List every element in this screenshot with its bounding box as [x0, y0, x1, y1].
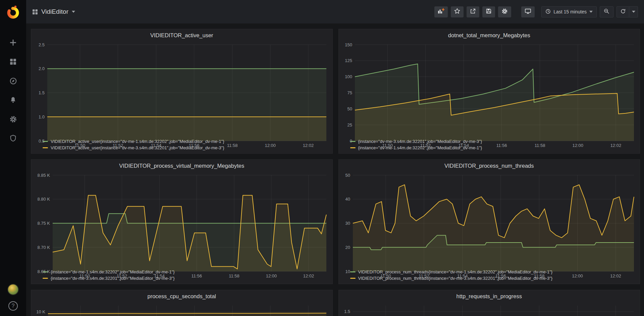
zoom-out-icon	[604, 8, 609, 15]
sidebar-item-alerting[interactable]	[5, 92, 21, 108]
chart-canvas[interactable]: 11:5011:5211:5411:5611:5812:0012:0202550…	[339, 41, 640, 138]
svg-text:10 K: 10 K	[36, 309, 45, 314]
plus-icon	[9, 39, 17, 46]
panel-dotnet-total-memory-megabytes: dotnet_total_memory_Megabytes 11:5011:52…	[338, 29, 640, 154]
svg-text:75: 75	[347, 90, 352, 95]
svg-text:8.80 K: 8.80 K	[37, 197, 50, 202]
dashboard-title-button[interactable]: VidiEditor	[32, 8, 75, 15]
save-button[interactable]	[482, 6, 495, 17]
svg-text:10: 10	[345, 269, 350, 274]
panel-vidieditor-process-virtual-memory-megabytes: VIDIEDITOR_process_virtual_memory_Megaby…	[31, 159, 333, 284]
sidebar-item-create[interactable]	[5, 35, 21, 50]
refresh-interval-dropdown[interactable]	[629, 6, 638, 17]
svg-text:11:52: 11:52	[420, 143, 431, 148]
svg-text:8.65 K: 8.65 K	[37, 269, 50, 274]
svg-text:11:58: 11:58	[534, 273, 544, 278]
time-range-label: Last 15 minutes	[553, 9, 587, 14]
svg-text:11:58: 11:58	[534, 143, 545, 148]
refresh-button[interactable]	[616, 6, 629, 17]
svg-text:12:00: 12:00	[265, 143, 276, 148]
svg-text:20: 20	[345, 245, 350, 250]
chevron-down-icon	[589, 11, 593, 13]
chevron-down-icon	[632, 11, 635, 13]
panel-title[interactable]: VIDIEDITOR_process_virtual_memory_Megaby…	[31, 160, 332, 172]
help-icon[interactable]: ?	[8, 301, 18, 311]
chart-canvas[interactable]: 11:5011:5211:5411:5611:5812:0012:020.51.…	[31, 41, 332, 138]
svg-text:40: 40	[345, 197, 350, 202]
panel-vidieditor-active-user: VIDIEDITOR_active_user 11:5011:5211:5411…	[31, 29, 333, 154]
svg-text:11:58: 11:58	[229, 273, 239, 278]
svg-text:12:02: 12:02	[303, 143, 314, 148]
svg-text:12:00: 12:00	[266, 273, 277, 278]
share-button[interactable]	[467, 6, 479, 17]
svg-text:50: 50	[345, 173, 350, 178]
add-panel-button[interactable]	[434, 6, 448, 17]
zoom-out-button[interactable]	[600, 6, 613, 17]
panel-grid: VIDIEDITOR_active_user 11:5011:5211:5411…	[31, 29, 640, 316]
svg-text:1.0: 1.0	[39, 114, 45, 119]
sidebar-item-configuration[interactable]	[5, 111, 21, 127]
svg-text:12:02: 12:02	[610, 143, 621, 148]
grafana-logo-icon[interactable]	[5, 4, 21, 20]
svg-text:11:56: 11:56	[496, 143, 507, 148]
monitor-icon	[525, 8, 531, 16]
chart-canvas[interactable]: 11:5011:5211:5411:5611:5812:0012:028.65 …	[31, 172, 332, 269]
chart-canvas[interactable]: 11:5011:5211:5411:5611:5812:0012:0210 K	[31, 302, 332, 316]
panel-http-requests-in-progress: http_requests_in_progress 11:5011:5211:5…	[338, 290, 640, 316]
svg-text:50: 50	[347, 106, 352, 111]
cycle-view-mode-button[interactable]	[521, 6, 535, 17]
user-avatar[interactable]	[7, 284, 19, 295]
svg-text:11:54: 11:54	[151, 143, 162, 148]
chart-canvas[interactable]: 11:5011:5211:5411:5611:5812:0012:021.5	[339, 302, 640, 316]
time-range-picker[interactable]: Last 15 minutes	[541, 6, 597, 17]
panel-title[interactable]: VIDIEDITOR_process_num_threads	[339, 160, 640, 172]
svg-text:2.5: 2.5	[39, 42, 45, 47]
chart-canvas[interactable]: 11:5011:5211:5411:5611:5812:0012:0210203…	[339, 172, 640, 269]
svg-text:11:52: 11:52	[419, 273, 429, 278]
svg-text:12:00: 12:00	[572, 273, 583, 278]
svg-text:12:00: 12:00	[572, 143, 583, 148]
refresh-icon	[620, 8, 626, 15]
svg-text:1.5: 1.5	[39, 90, 45, 95]
panel-title[interactable]: VIDIEDITOR_active_user	[31, 29, 332, 41]
svg-text:11:58: 11:58	[227, 143, 238, 148]
gear-icon	[501, 8, 508, 16]
sidebar: ?	[0, 0, 26, 316]
svg-text:11:56: 11:56	[495, 273, 506, 278]
svg-text:100: 100	[345, 74, 352, 79]
star-icon	[454, 8, 460, 15]
svg-text:125: 125	[345, 58, 352, 63]
share-icon	[470, 8, 476, 15]
sidebar-item-server-admin[interactable]	[5, 130, 21, 146]
clock-icon	[545, 9, 551, 15]
dashboard-content: VIDIEDITOR_active_user 11:5011:5211:5411…	[26, 23, 644, 316]
compass-icon	[9, 77, 17, 85]
panel-title[interactable]: process_cpu_seconds_total	[31, 290, 332, 302]
navbar: VidiEditor	[26, 0, 644, 23]
svg-text:11:56: 11:56	[189, 143, 200, 148]
sidebar-item-dashboards[interactable]	[5, 54, 21, 69]
svg-text:11:54: 11:54	[457, 273, 468, 278]
dashboard-grid-icon	[32, 9, 38, 15]
star-button[interactable]	[451, 6, 464, 17]
svg-text:2.0: 2.0	[39, 66, 45, 71]
panel-title[interactable]: dotnet_total_memory_Megabytes	[339, 29, 640, 41]
svg-text:8.75 K: 8.75 K	[37, 221, 50, 226]
bell-icon	[9, 96, 17, 104]
panel-title[interactable]: http_requests_in_progress	[339, 290, 640, 302]
gear-icon	[9, 115, 17, 123]
chevron-down-icon	[72, 11, 75, 13]
svg-text:11:52: 11:52	[113, 143, 123, 148]
svg-text:30: 30	[345, 221, 350, 226]
svg-text:12:02: 12:02	[610, 273, 621, 278]
panel-vidieditor-process-num-threads: VIDIEDITOR_process_num_threads 11:5011:5…	[338, 159, 640, 284]
svg-text:11:50: 11:50	[79, 273, 90, 278]
svg-text:8.85 K: 8.85 K	[37, 173, 50, 178]
svg-text:1.5: 1.5	[344, 309, 350, 314]
sidebar-item-explore[interactable]	[5, 73, 21, 89]
svg-text:11:50: 11:50	[75, 143, 86, 148]
svg-text:0.5: 0.5	[39, 139, 45, 144]
dashboard-settings-button[interactable]	[498, 6, 511, 17]
svg-text:0: 0	[350, 139, 352, 144]
svg-text:25: 25	[347, 122, 352, 127]
